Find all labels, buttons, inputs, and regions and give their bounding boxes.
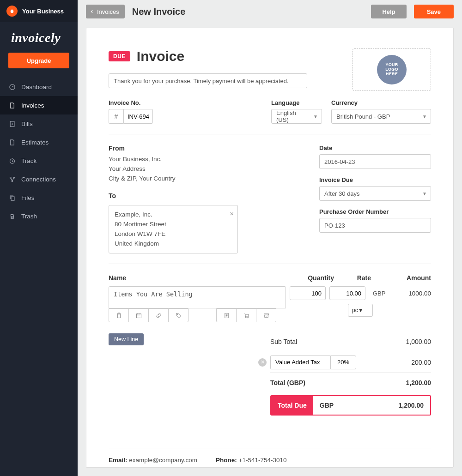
subtotal-label: Sub Total [270,338,406,345]
total-due-box: Total Due GBP 1,200.00 [270,395,431,416]
col-name-label: Name [109,274,297,282]
language-label: Language [271,99,322,106]
item-name-input[interactable]: Items You Are Selling [109,286,286,308]
page-icon [8,139,16,146]
nav-track[interactable]: Track [0,151,78,170]
total-due-label: Total Due [271,396,313,415]
calendar-icon[interactable] [128,308,149,322]
cart-icon[interactable] [236,308,256,322]
footer-email: example@company.com [129,457,197,464]
nav-trash[interactable]: Trash [0,207,78,225]
currency-display: GBP [369,286,393,300]
po-label: Purchase Order Number [319,208,431,215]
clock-icon [8,157,16,164]
upgrade-button[interactable]: Upgrade [8,53,69,68]
chevron-down-icon: ▼ [358,307,364,313]
due-amount: 1,200.00 [399,402,424,409]
receipt-icon[interactable] [216,308,237,322]
chevron-down-icon: ▼ [422,191,427,196]
invoice-due-select[interactable]: After 30 days ▼ [319,186,431,201]
close-icon[interactable]: × [230,208,234,219]
qty-input[interactable] [290,286,326,300]
to-address-box[interactable]: × Example, Inc. 80 Mortimer Street Londo… [109,205,238,254]
total-label: Total (GBP) [270,379,406,386]
archive-icon[interactable] [256,308,276,322]
page-title: New Invoice [132,6,186,17]
subtotal-value: 1,000.00 [406,338,432,345]
due-currency: GBP [320,402,334,409]
total-value: 1,200.00 [406,379,432,386]
sidebar: Your Business invoicely Upgrade Dashboar… [0,0,78,476]
tax-percent-input[interactable] [330,355,356,369]
from-label: From [109,145,308,152]
tax-amount: 200.00 [411,359,431,366]
nav-bills[interactable]: Bills [0,114,78,133]
svg-point-12 [245,317,246,318]
language-select[interactable]: English (US) ▼ [271,109,322,124]
invoice-no-label: Invoice No. [109,99,153,106]
description-input[interactable] [109,73,307,88]
logo-placeholder-icon: YOUR LOGO HERE [377,55,407,84]
nav-files[interactable]: Files [0,188,78,207]
svg-rect-9 [136,314,141,318]
date-label: Date [319,145,431,151]
brand-logo: invoicely [0,22,78,53]
date-input[interactable] [319,154,431,169]
unit-select[interactable]: pc ▼ [348,304,373,317]
nav-invoices[interactable]: Invoices [0,96,78,114]
trash-icon [8,212,16,220]
business-name: Your Business [22,8,64,15]
col-amount-label: Amount [371,274,431,282]
svg-point-10 [177,314,178,315]
upload-logo-box[interactable]: YOUR LOGO HERE [353,48,431,91]
link-icon[interactable] [148,308,169,322]
totals: Sub Total 1,000.00 ✕ 200.00 Total (GBP) … [270,331,431,416]
currency-select[interactable]: British Pound - GBP ▼ [331,109,431,124]
footer-phone: +1-541-754-3010 [239,457,287,464]
nav-estimates[interactable]: Estimates [0,133,78,151]
svg-point-13 [247,317,248,318]
due-label: Invoice Due [319,176,431,183]
from-address: Your Business, Inc. Your Address City & … [109,155,308,184]
line-item-row: Items You Are Selling [109,286,431,322]
svg-rect-6 [11,197,14,200]
business-logo-icon [6,6,18,17]
po-input[interactable] [319,218,431,233]
copy-icon [8,194,16,201]
invoice-heading: Invoice [137,48,184,64]
rate-input[interactable] [329,286,365,300]
tag-icon[interactable] [168,308,188,322]
to-label: To [109,192,308,199]
chevron-left-icon [90,9,94,14]
save-button[interactable]: Save [414,5,454,18]
nodes-icon [8,175,16,183]
amount-display: 1000.00 [397,286,431,300]
help-button[interactable]: Help [371,5,406,18]
invoice-no-input[interactable] [123,109,153,124]
svg-point-5 [12,181,13,182]
col-qty-label: Quantity [297,274,334,282]
col-rate-label: Rate [334,274,371,282]
document-icon [8,102,16,109]
tax-name-input[interactable] [270,355,330,369]
nav-connections[interactable]: Connections [0,170,78,188]
back-button[interactable]: Invoices [86,5,125,18]
business-switcher[interactable]: Your Business [0,0,78,22]
chevron-down-icon: ▼ [313,114,318,119]
gauge-icon [8,83,16,90]
plus-document-icon [8,120,16,127]
chevron-down-icon: ▼ [422,114,427,119]
new-line-button[interactable]: New Line [109,333,144,345]
currency-label: Currency [331,99,431,106]
hash-icon: # [109,109,123,124]
status-badge: DUE [109,51,130,61]
topbar: Invoices New Invoice Help Save [78,0,462,23]
main: Invoices New Invoice Help Save DUE Invoi… [78,0,462,476]
invoice-panel: DUE Invoice YOUR LOGO HERE Invoice No. [86,28,454,468]
clipboard-icon[interactable] [109,308,129,322]
footer: Email: example@company.com Phone: +1-541… [109,448,431,464]
remove-tax-icon[interactable]: ✕ [258,358,267,367]
nav: Dashboard Invoices Bills Estimates Track… [0,78,78,225]
nav-dashboard[interactable]: Dashboard [0,78,78,96]
